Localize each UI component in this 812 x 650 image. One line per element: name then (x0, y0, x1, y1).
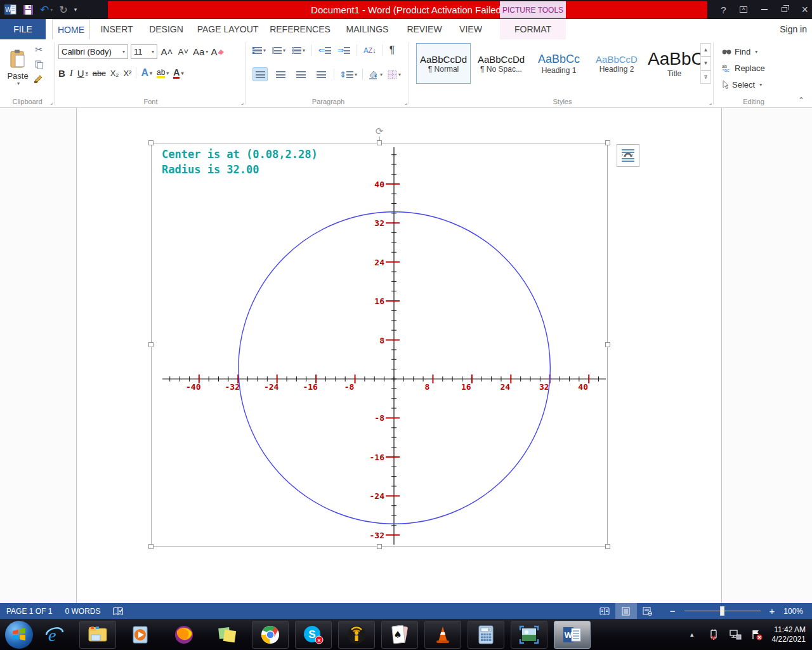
tab-page-layout[interactable]: PAGE LAYOUT (193, 19, 262, 39)
taskbar-media-player-icon[interactable] (122, 621, 159, 649)
taskbar-calculator-icon[interactable]: 0 (468, 621, 504, 649)
increase-indent-button[interactable]: ⇒ (337, 46, 350, 55)
taskbar-sticky-notes-icon[interactable] (209, 621, 246, 649)
taskbar-photo-viewer-icon[interactable] (511, 621, 547, 649)
print-layout-icon[interactable] (615, 603, 637, 619)
style-no-spacing[interactable]: AaBbCcDd ¶ No Spac... (474, 43, 528, 84)
grow-font-button[interactable]: A˄ (160, 46, 174, 57)
tab-file[interactable]: FILE (0, 19, 46, 39)
underline-button[interactable]: U▾ (77, 68, 88, 79)
align-right-button[interactable] (293, 67, 308, 81)
styles-more-icon[interactable]: ⊽ (700, 70, 711, 84)
web-layout-icon[interactable] (637, 603, 658, 619)
line-spacing-button[interactable]: ⇕▾ (339, 70, 357, 79)
document-area[interactable]: -40-32-24-16-8816243240-32-24-16-8816243… (0, 108, 812, 603)
collapse-ribbon-icon[interactable]: ⌃ (798, 96, 804, 105)
cut-icon[interactable]: ✂ (34, 44, 43, 55)
taskbar-internet-explorer-icon[interactable]: e (36, 621, 73, 649)
font-color-button[interactable]: A▾ (173, 68, 183, 79)
taskbar-solitaire-icon[interactable]: ♠ (381, 621, 418, 649)
redo-icon[interactable]: ↻ (59, 2, 67, 17)
tab-review[interactable]: REVIEW (401, 19, 448, 39)
taskbar-broadcast-icon[interactable] (338, 621, 375, 649)
proofing-icon[interactable] (107, 603, 130, 619)
show-hide-pilcrow-button[interactable]: ¶ (390, 44, 395, 56)
styles-dialog-launcher[interactable]: ⌟ (709, 99, 712, 105)
numbering-button[interactable]: ▾ (272, 47, 285, 54)
align-center-button[interactable] (273, 67, 288, 81)
change-case-button[interactable]: Aa▾ (193, 46, 208, 57)
rotate-handle-icon[interactable]: ⟳ (374, 126, 385, 137)
handle-top-left[interactable] (148, 140, 154, 145)
power-plug-icon[interactable]: ✕ (707, 628, 720, 641)
decrease-indent-button[interactable]: ⇐ (318, 46, 331, 55)
restore-icon[interactable] (782, 7, 787, 12)
shading-button[interactable]: ▾ (368, 70, 383, 79)
zoom-slider[interactable] (684, 611, 761, 611)
justify-button[interactable] (313, 67, 329, 81)
taskbar-word-icon[interactable]: W (554, 621, 591, 649)
tab-mailings[interactable]: MAILINGS (338, 19, 396, 39)
picture-tools-chip[interactable]: PICTURE TOOLS (500, 1, 566, 18)
font-size-combo[interactable]: 11▾ (131, 44, 157, 59)
strikethrough-button[interactable]: abc (93, 69, 106, 78)
taskbar-file-explorer-icon[interactable] (79, 621, 116, 649)
customize-qat-icon[interactable]: ▾ (74, 2, 77, 17)
word-count[interactable]: 0 WORDS (58, 603, 107, 619)
highlight-button[interactable]: ab▾ (157, 69, 169, 78)
taskbar-skype-icon[interactable]: S× (295, 621, 332, 649)
subscript-button[interactable]: X₂ (110, 69, 119, 78)
network-icon[interactable] (729, 628, 742, 641)
styles-scroll-down-icon[interactable]: ▼ (700, 56, 711, 70)
handle-bottom-right[interactable] (605, 544, 610, 549)
start-button[interactable] (5, 621, 33, 649)
zoom-in-icon[interactable]: + (767, 606, 778, 616)
select-button[interactable]: Select▾ (722, 77, 765, 91)
zoom-out-icon[interactable]: − (667, 606, 678, 616)
font-dialog-launcher[interactable]: ⌟ (241, 99, 244, 105)
italic-button[interactable]: I (70, 68, 73, 79)
clear-formatting-button[interactable]: A (211, 46, 224, 57)
read-mode-icon[interactable] (594, 603, 615, 619)
tab-insert[interactable]: INSERT (95, 19, 139, 39)
styles-scroll-up-icon[interactable]: ▲ (700, 43, 711, 56)
sort-button[interactable]: AZ↓ (363, 46, 376, 54)
bold-button[interactable]: B (58, 68, 65, 79)
zoom-slider-thumb[interactable] (720, 606, 724, 616)
word-app-icon[interactable]: W (4, 2, 16, 17)
sign-in-link[interactable]: Sign in (780, 19, 807, 39)
minimize-icon[interactable] (761, 9, 768, 10)
tab-references[interactable]: REFERENCES (266, 19, 334, 39)
borders-button[interactable]: ▾ (388, 70, 401, 79)
action-center-flag-icon[interactable]: ✕ (750, 628, 763, 641)
tab-format[interactable]: FORMAT (500, 19, 566, 39)
paste-button[interactable]: Paste ▾ (4, 43, 32, 93)
shrink-font-button[interactable]: A˅ (176, 47, 190, 56)
taskbar-clock[interactable]: 11:42 AM 4/22/2021 (772, 625, 806, 644)
multilevel-list-button[interactable]: ▾ (292, 47, 305, 54)
close-icon[interactable]: × (801, 3, 808, 17)
undo-icon[interactable]: ↶▾ (40, 2, 53, 17)
clipboard-dialog-launcher[interactable]: ⌟ (50, 99, 53, 105)
handle-bottom-middle[interactable] (377, 544, 382, 549)
taskbar-vlc-icon[interactable] (424, 621, 461, 649)
taskbar-chrome-icon[interactable] (252, 621, 289, 649)
find-button[interactable]: Find▾ (722, 44, 765, 58)
tab-view[interactable]: VIEW (452, 19, 489, 39)
help-icon[interactable]: ? (721, 4, 726, 15)
handle-bottom-left[interactable] (148, 544, 154, 549)
style-title[interactable]: AaBbCcDd Title (647, 43, 702, 84)
font-family-combo[interactable]: Calibri (Body)▾ (58, 44, 128, 59)
show-hidden-icons[interactable]: ▲ (686, 628, 698, 641)
style-heading-1[interactable]: AaBbCc Heading 1 (532, 43, 586, 84)
handle-top-right[interactable] (605, 140, 610, 145)
text-effects-button[interactable]: A▾ (141, 67, 152, 79)
paragraph-dialog-launcher[interactable]: ⌟ (405, 99, 407, 105)
handle-middle-right[interactable] (605, 342, 610, 347)
copy-icon[interactable] (34, 60, 43, 69)
ribbon-display-options-icon[interactable] (740, 6, 747, 13)
bullets-button[interactable]: ▾ (252, 47, 266, 54)
superscript-button[interactable]: X² (123, 69, 131, 78)
align-left-button[interactable] (252, 67, 268, 81)
style-heading-2[interactable]: AaBbCcD Heading 2 (589, 43, 644, 84)
